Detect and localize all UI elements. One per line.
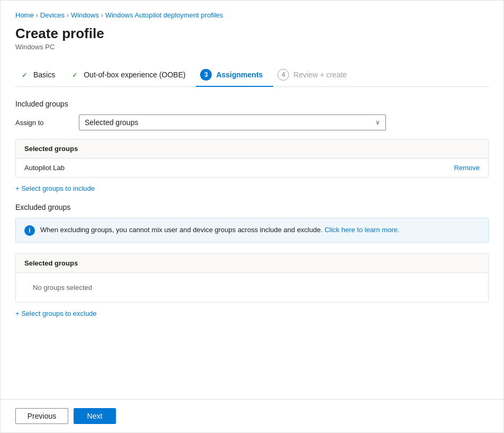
check-icon-oobe: ✓: [70, 70, 79, 79]
page-subtitle: Windows PC: [15, 43, 489, 51]
tab-review[interactable]: 4 Review + create: [273, 64, 357, 87]
included-groups-title: Included groups: [15, 100, 489, 108]
included-group-name: Autopilot Lab: [24, 164, 65, 172]
chevron-down-icon: ∨: [375, 119, 380, 126]
remove-group-link[interactable]: Remove: [454, 164, 480, 172]
info-icon: i: [24, 225, 35, 236]
tab-oobe[interactable]: ✓ Out-of-box experience (OOBE): [66, 65, 196, 86]
no-excluded-groups-row: No groups selected: [16, 273, 488, 302]
assign-to-dropdown[interactable]: Selected groups ∨: [79, 114, 386, 130]
assign-to-label: Assign to: [15, 119, 79, 127]
next-button[interactable]: Next: [74, 408, 116, 424]
tab-review-label: Review + create: [293, 70, 347, 79]
included-selected-groups-box: Selected groups Autopilot Lab Remove: [15, 139, 489, 178]
excluded-selected-groups-box: Selected groups No groups selected: [15, 253, 489, 303]
tab-assignments[interactable]: 3 Assignments: [196, 64, 273, 87]
breadcrumb: Home › Devices › Windows › Windows Autop…: [15, 11, 489, 19]
assign-to-row: Assign to Selected groups ∨: [15, 114, 489, 130]
included-selected-groups-header: Selected groups: [16, 139, 488, 158]
tabs-bar: ✓ Basics ✓ Out-of-box experience (OOBE) …: [15, 64, 489, 87]
included-group-row: Autopilot Lab Remove: [16, 158, 488, 177]
previous-button[interactable]: Previous: [15, 408, 68, 424]
exclusion-info-text: When excluding groups, you cannot mix us…: [40, 225, 400, 235]
tab-basics[interactable]: ✓ Basics: [15, 65, 66, 86]
select-groups-to-include-link[interactable]: + Select groups to include: [15, 184, 95, 192]
tab-basics-label: Basics: [33, 70, 55, 79]
tab-number-review: 4: [277, 69, 289, 81]
breadcrumb-devices[interactable]: Devices: [40, 11, 65, 19]
learn-more-link[interactable]: Click here to learn more.: [325, 226, 400, 234]
excluded-selected-groups-header: Selected groups: [16, 254, 488, 273]
breadcrumb-home[interactable]: Home: [15, 11, 34, 19]
no-groups-text: No groups selected: [24, 278, 101, 297]
breadcrumb-windows[interactable]: Windows: [71, 11, 99, 19]
breadcrumb-autopilot[interactable]: Windows Autopilot deployment profiles: [105, 11, 223, 19]
excluded-groups-title: Excluded groups: [15, 203, 489, 211]
assign-to-value: Selected groups: [85, 118, 138, 127]
tab-number-assignments: 3: [200, 69, 212, 81]
page-title: Create profile: [15, 25, 489, 42]
exclusion-info-box: i When excluding groups, you cannot mix …: [15, 218, 489, 243]
tab-assignments-label: Assignments: [216, 70, 263, 79]
check-icon-basics: ✓: [20, 70, 29, 79]
tab-oobe-label: Out-of-box experience (OOBE): [84, 70, 185, 79]
select-groups-to-exclude-link[interactable]: + Select groups to exclude: [15, 310, 97, 317]
footer: Previous Next: [1, 399, 503, 432]
